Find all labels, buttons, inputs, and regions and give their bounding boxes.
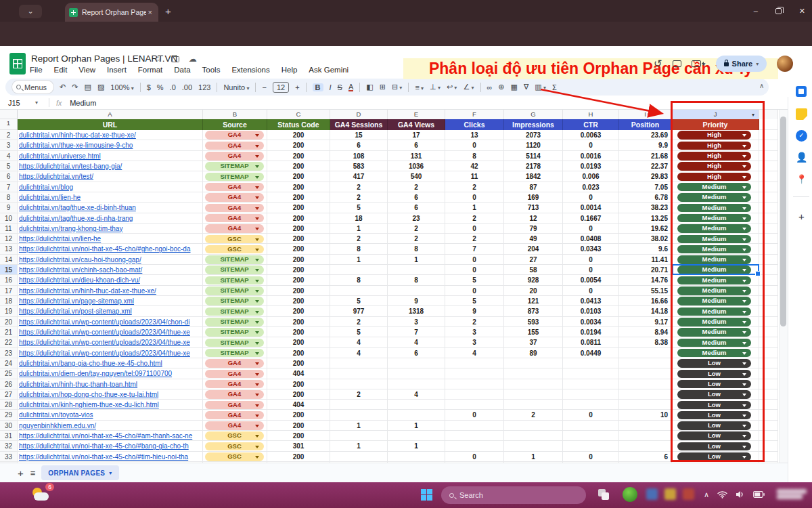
- print-icon[interactable]: ▤: [84, 83, 91, 91]
- ctr-cell[interactable]: [563, 389, 619, 400]
- toolbar-s[interactable]: S: [338, 83, 342, 91]
- position-cell[interactable]: 55.15: [619, 286, 672, 296]
- sessions-cell[interactable]: [330, 431, 388, 441]
- row-number-3[interactable]: 3: [0, 140, 18, 150]
- views-cell[interactable]: [388, 286, 445, 296]
- sheets-logo-icon[interactable]: [9, 53, 26, 75]
- share-button[interactable]: Share▾: [716, 56, 767, 72]
- views-cell[interactable]: 6: [388, 203, 445, 213]
- clicks-cell[interactable]: 2: [445, 182, 504, 192]
- impressions-cell[interactable]: 49: [504, 234, 563, 244]
- sessions-cell[interactable]: 583: [330, 161, 388, 171]
- column-header-F[interactable]: F: [445, 110, 504, 119]
- sessions-cell[interactable]: 5: [330, 296, 388, 306]
- clicks-cell[interactable]: 1: [445, 203, 504, 213]
- views-cell[interactable]: 2: [388, 234, 445, 244]
- clicks-cell[interactable]: 2: [445, 213, 504, 224]
- sessions-cell[interactable]: 2: [330, 182, 388, 192]
- row-number-15[interactable]: 15: [0, 265, 18, 275]
- source-pill[interactable]: GA4: [205, 131, 264, 140]
- row-number-21[interactable]: 21: [0, 327, 18, 337]
- position-cell[interactable]: 20.71: [619, 265, 672, 275]
- row-number-18[interactable]: 18: [0, 296, 18, 306]
- clicks-cell[interactable]: 0: [445, 192, 504, 203]
- source-cell[interactable]: GA4: [203, 213, 267, 224]
- clicks-cell[interactable]: 2: [445, 317, 504, 327]
- status-cell[interactable]: 200: [267, 265, 330, 275]
- source-pill[interactable]: SITEMAP: [205, 297, 264, 305]
- sessions-cell[interactable]: [330, 400, 388, 410]
- status-cell[interactable]: 200: [267, 296, 330, 306]
- views-cell[interactable]: 8: [388, 244, 445, 254]
- column-header-B[interactable]: B: [203, 110, 267, 119]
- comments-icon[interactable]: [673, 60, 681, 67]
- views-cell[interactable]: [388, 410, 445, 420]
- source-pill[interactable]: GA4: [205, 204, 264, 213]
- sessions-cell[interactable]: [330, 410, 388, 420]
- url-cell[interactable]: dulichtritai.vn/diem-den/tay-nguyen/tel:…: [18, 368, 203, 379]
- source-cell[interactable]: GA4: [203, 192, 267, 203]
- url-cell[interactable]: https://dulichtritai.vn/noi-that-xe-45-c…: [18, 244, 203, 254]
- position-cell[interactable]: 8.94: [619, 327, 672, 337]
- impressions-cell[interactable]: 2178: [504, 161, 563, 171]
- status-cell[interactable]: 200: [267, 151, 330, 161]
- sessions-cell[interactable]: 2: [330, 317, 388, 327]
- menu-file[interactable]: File: [30, 66, 43, 74]
- position-cell[interactable]: 13.25: [619, 213, 672, 224]
- formula-input[interactable]: Medium: [70, 99, 96, 107]
- impressions-cell[interactable]: 713: [504, 203, 563, 213]
- clicks-cell[interactable]: 0: [445, 410, 504, 420]
- undo-icon[interactable]: ↶: [60, 83, 66, 91]
- views-cell[interactable]: 2: [388, 224, 445, 234]
- impressions-cell[interactable]: [504, 431, 563, 441]
- ctr-cell[interactable]: 0: [563, 265, 619, 275]
- star-icon[interactable]: ☆: [154, 54, 162, 64]
- filter-icon[interactable]: ∇: [524, 83, 528, 91]
- url-cell[interactable]: dulichtritai.vn/lien-he: [18, 192, 203, 203]
- position-cell[interactable]: [619, 431, 672, 441]
- menu-insert[interactable]: Insert: [107, 66, 127, 74]
- search-icon[interactable]: Menus: [12, 81, 53, 93]
- views-cell[interactable]: 4: [388, 389, 445, 400]
- ctr-cell[interactable]: 0.0811: [563, 337, 619, 347]
- views-cell[interactable]: 3: [388, 317, 445, 327]
- source-cell[interactable]: GA4: [203, 358, 267, 368]
- status-cell[interactable]: 301: [267, 441, 330, 451]
- status-cell[interactable]: 200: [267, 140, 330, 150]
- row-number-12[interactable]: 12: [0, 234, 18, 244]
- tray-chevron-icon[interactable]: ∧: [704, 490, 709, 499]
- views-cell[interactable]: 1036: [388, 161, 445, 171]
- views-cell[interactable]: 1318: [388, 306, 445, 316]
- toolbar-i[interactable]: I: [330, 83, 332, 91]
- row-number-33[interactable]: 33: [0, 452, 18, 462]
- move-folder-icon[interactable]: [171, 56, 179, 62]
- source-cell[interactable]: GA4: [203, 182, 267, 192]
- clicks-cell[interactable]: [445, 421, 504, 431]
- position-cell[interactable]: [619, 400, 672, 410]
- row-number-25[interactable]: 25: [0, 368, 18, 379]
- sessions-cell[interactable]: [330, 358, 388, 368]
- position-cell[interactable]: [619, 421, 672, 431]
- source-pill[interactable]: SITEMAP: [205, 349, 264, 358]
- clicks-cell[interactable]: 13: [445, 130, 504, 140]
- url-cell[interactable]: dulichtritai.vn/universe.html: [18, 151, 203, 161]
- ctr-cell[interactable]: 0.0343: [563, 244, 619, 254]
- source-pill[interactable]: SITEMAP: [205, 162, 264, 171]
- scrollbar-thumb[interactable]: [780, 117, 786, 326]
- sessions-cell[interactable]: [330, 286, 388, 296]
- clicks-cell[interactable]: [445, 400, 504, 410]
- impressions-cell[interactable]: 12: [504, 213, 563, 224]
- impressions-cell[interactable]: 121: [504, 296, 563, 306]
- position-cell[interactable]: 21.68: [619, 151, 672, 161]
- close-button[interactable]: ✕: [799, 7, 805, 16]
- position-cell[interactable]: 7.05: [619, 182, 672, 192]
- impressions-cell[interactable]: [504, 421, 563, 431]
- row-number-31[interactable]: 31: [0, 431, 18, 441]
- toolbar-12[interactable]: 12: [273, 82, 289, 93]
- source-pill[interactable]: GA4: [205, 401, 264, 410]
- views-cell[interactable]: 6: [388, 348, 445, 358]
- sessions-cell[interactable]: 2: [330, 192, 388, 203]
- toolbar-100%[interactable]: 100% ▾: [110, 83, 133, 91]
- sessions-cell[interactable]: 108: [330, 151, 388, 161]
- toolbar-%[interactable]: %: [157, 83, 164, 91]
